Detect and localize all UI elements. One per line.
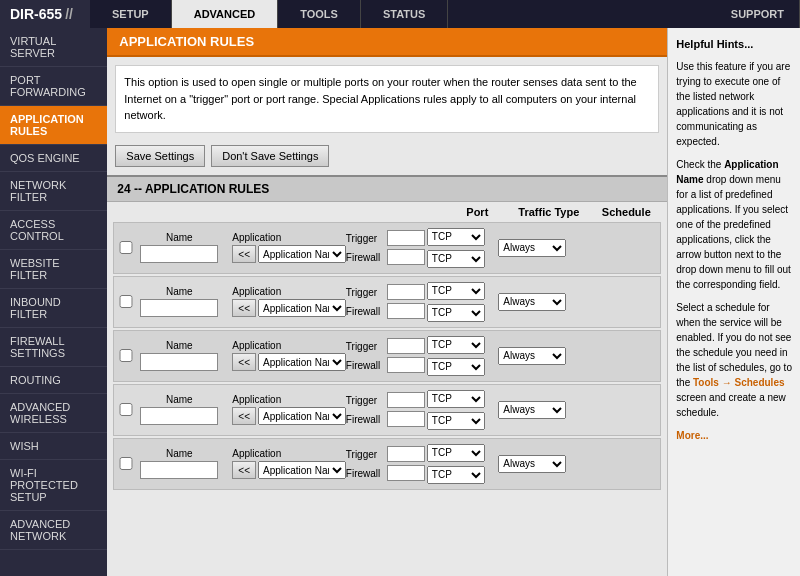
row-checkbox[interactable] (118, 403, 134, 416)
firewall-port-input[interactable] (387, 465, 425, 481)
firewall-label: Firewall (346, 468, 384, 479)
firewall-port-input[interactable] (387, 357, 425, 373)
app-fill-button[interactable]: << (232, 461, 256, 479)
firewall-traffic-select[interactable]: TCPUDPBoth (427, 412, 485, 430)
sidebar-item-advanced-wireless[interactable]: ADVANCED WIRELESS (0, 394, 107, 433)
name-label: Name (166, 394, 193, 405)
sidebar-item-application-rules[interactable]: APPLICATION RULES (0, 106, 107, 145)
logo-slash: // (65, 6, 73, 22)
trigger-traffic-select[interactable]: TCPUDPBoth (427, 282, 485, 300)
content-area: APPLICATION RULES This option is used to… (107, 28, 667, 576)
schedule-select[interactable]: Always (498, 347, 566, 365)
sidebar-item-firewall-settings[interactable]: FIREWALL SETTINGS (0, 328, 107, 367)
firewall-traffic-select[interactable]: TCPUDPBoth (427, 304, 485, 322)
tab-setup[interactable]: SETUP (90, 0, 172, 28)
app-select[interactable]: Application Name (258, 299, 346, 317)
logo: DIR-655 // (0, 0, 90, 28)
sidebar-item-routing[interactable]: ROUTING (0, 367, 107, 394)
tab-tools[interactable]: TOOLS (278, 0, 361, 28)
description: This option is used to open single or mu… (115, 65, 659, 133)
hints-title: Helpful Hints... (676, 36, 792, 53)
trigger-port-input[interactable] (387, 284, 425, 300)
sidebar-item-qos-engine[interactable]: QOS ENGINE (0, 145, 107, 172)
app-label: Application (232, 340, 281, 351)
name-input[interactable] (140, 407, 218, 425)
app-label: Application (232, 232, 281, 243)
name-label: Name (166, 286, 193, 297)
hints-more-link[interactable]: More... (676, 430, 708, 441)
name-label: Name (166, 232, 193, 243)
sidebar-item-wifi-protected[interactable]: WI-FI PROTECTED SETUP (0, 460, 107, 511)
firewall-port-input[interactable] (387, 303, 425, 319)
save-button[interactable]: Save Settings (115, 145, 205, 167)
name-input[interactable] (140, 245, 218, 263)
row-checkbox[interactable] (118, 349, 134, 362)
schedule-select[interactable]: Always (498, 239, 566, 257)
app-select[interactable]: Application Name (258, 353, 346, 371)
table-row: Name Application << Application Name Tri… (113, 222, 661, 274)
table-row: Name Application << Application Name Tri… (113, 438, 661, 490)
sidebar-item-website-filter[interactable]: WEBSITE FILTER (0, 250, 107, 289)
name-input[interactable] (140, 353, 218, 371)
app-select[interactable]: Application Name (258, 461, 346, 479)
firewall-port-input[interactable] (387, 249, 425, 265)
app-fill-button[interactable]: << (232, 353, 256, 371)
table-row: Name Application << Application Name Tri… (113, 276, 661, 328)
firewall-traffic-select[interactable]: TCPUDPBoth (427, 358, 485, 376)
sidebar-item-port-forwarding[interactable]: PORT FORWARDING (0, 67, 107, 106)
app-fill-button[interactable]: << (232, 299, 256, 317)
firewall-port-input[interactable] (387, 411, 425, 427)
rules-container: Name Application << Application Name Tri… (107, 222, 667, 490)
name-label: Name (166, 340, 193, 351)
trigger-port-input[interactable] (387, 338, 425, 354)
schedule-select[interactable]: Always (498, 455, 566, 473)
schedule-select[interactable]: Always (498, 293, 566, 311)
trigger-traffic-select[interactable]: TCPUDPBoth (427, 336, 485, 354)
table-row: Name Application << Application Name Tri… (113, 384, 661, 436)
firewall-traffic-select[interactable]: TCPUDPBoth (427, 466, 485, 484)
hints-text1: Use this feature if you are trying to ex… (676, 59, 792, 149)
row-checkbox[interactable] (118, 295, 134, 308)
firewall-label: Firewall (346, 360, 384, 371)
app-select[interactable]: Application Name (258, 245, 346, 263)
col-header-schedule: Schedule (591, 206, 661, 218)
tab-advanced[interactable]: ADVANCED (172, 0, 279, 28)
sidebar-item-network-filter[interactable]: NETWORK FILTER (0, 172, 107, 211)
app-select[interactable]: Application Name (258, 407, 346, 425)
app-fill-button[interactable]: << (232, 407, 256, 425)
trigger-label: Trigger (346, 341, 384, 352)
col-header-port: Port (448, 206, 506, 218)
hints-link-tools-schedules[interactable]: Tools → Schedules (693, 377, 785, 388)
hints-text4: Select a schedule for when the service w… (676, 300, 792, 420)
col-header-traffic: Traffic Type (506, 206, 591, 218)
schedule-select[interactable]: Always (498, 401, 566, 419)
row-checkbox[interactable] (118, 241, 134, 254)
table-row: Name Application << Application Name Tri… (113, 330, 661, 382)
trigger-traffic-select[interactable]: TCPUDPBoth (427, 444, 485, 462)
sidebar-item-advanced-network[interactable]: ADVANCED NETWORK (0, 511, 107, 550)
app-label: Application (232, 448, 281, 459)
name-input[interactable] (140, 299, 218, 317)
sidebar-item-inbound-filter[interactable]: INBOUND FILTER (0, 289, 107, 328)
name-input[interactable] (140, 461, 218, 479)
firewall-label: Firewall (346, 306, 384, 317)
trigger-traffic-select[interactable]: TCPUDPBoth (427, 228, 485, 246)
trigger-traffic-select[interactable]: TCPUDPBoth (427, 390, 485, 408)
app-fill-button[interactable]: << (232, 245, 256, 263)
dont-save-button[interactable]: Don't Save Settings (211, 145, 329, 167)
app-label: Application (232, 394, 281, 405)
tab-status[interactable]: STATUS (361, 0, 448, 28)
firewall-label: Firewall (346, 252, 384, 263)
row-checkbox[interactable] (118, 457, 134, 470)
sidebar-item-access-control[interactable]: ACCESS CONTROL (0, 211, 107, 250)
trigger-label: Trigger (346, 395, 384, 406)
sidebar-item-virtual-server[interactable]: VIRTUAL SERVER (0, 28, 107, 67)
trigger-port-input[interactable] (387, 230, 425, 246)
rules-header: 24 -- APPLICATION RULES (107, 175, 667, 202)
trigger-port-input[interactable] (387, 446, 425, 462)
sidebar-item-wish[interactable]: WISH (0, 433, 107, 460)
page-title: APPLICATION RULES (107, 28, 667, 57)
firewall-traffic-select[interactable]: TCPUDPBoth (427, 250, 485, 268)
tab-support[interactable]: SUPPORT (716, 0, 800, 28)
trigger-port-input[interactable] (387, 392, 425, 408)
